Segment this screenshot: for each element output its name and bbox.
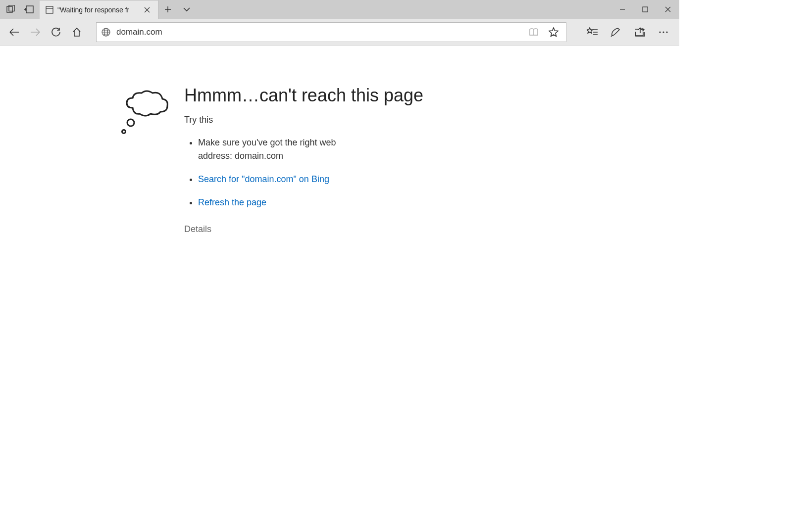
maximize-button[interactable] [634,0,657,19]
globe-icon [102,28,110,37]
error-body: Hmmm…can't reach this page Try this Make… [184,85,392,235]
forward-button[interactable] [25,22,46,43]
home-button[interactable] [66,22,87,43]
addressbar[interactable] [96,22,566,42]
titlebar-left [0,0,40,19]
address-input[interactable] [116,27,526,37]
titlebar: "Waiting for response fr [0,0,679,19]
tab-close-button[interactable] [140,3,154,17]
tabs-set-aside-button[interactable] [20,0,38,19]
details-toggle[interactable]: Details [184,224,392,235]
search-bing-item: Search for "domain.com" on Bing [198,173,366,186]
thought-cloud-icon [118,85,177,235]
window-controls [611,0,679,19]
browser-tab[interactable]: "Waiting for response fr [40,0,158,19]
refresh-link[interactable]: Refresh the page [198,197,266,207]
svg-point-12 [122,130,126,134]
search-bing-link[interactable]: Search for "domain.com" on Bing [198,174,329,184]
share-button[interactable] [628,22,652,43]
svg-rect-3 [46,6,53,13]
set-aside-tabs-button[interactable] [2,0,20,19]
addressbar-container [96,22,566,42]
tab-preview-button[interactable] [177,0,196,19]
addressbar-actions [526,25,563,40]
more-button[interactable] [652,22,675,43]
reading-view-button[interactable] [526,25,541,40]
svg-point-10 [666,31,667,33]
svg-rect-2 [26,6,33,13]
favorite-button[interactable] [546,25,561,40]
error-title: Hmmm…can't reach this page [184,85,392,106]
svg-rect-0 [7,6,12,12]
check-address-text: Make sure you've got the right web addre… [198,138,336,161]
favorites-list-button[interactable] [580,22,604,43]
tab-title: "Waiting for response fr [57,6,140,14]
refresh-item: Refresh the page [198,196,366,209]
refresh-button[interactable] [46,22,66,43]
new-tab-button[interactable] [158,0,177,19]
close-window-button[interactable] [657,0,679,19]
svg-rect-5 [643,7,648,12]
error-subtitle: Try this [184,115,392,125]
toolbar-right [580,22,675,43]
toolbar [0,19,679,46]
notes-button[interactable] [604,22,628,43]
tab-actions [158,0,196,19]
error-page: Hmmm…can't reach this page Try this Make… [118,85,392,235]
minimize-button[interactable] [611,0,634,19]
check-address-item: Make sure you've got the right web addre… [198,136,366,163]
svg-point-8 [659,31,660,33]
page-icon [46,6,53,14]
page-content: Hmmm…can't reach this page Try this Make… [0,46,679,235]
svg-point-11 [127,119,134,126]
error-suggestions: Make sure you've got the right web addre… [184,136,392,209]
svg-point-9 [662,31,664,33]
back-button[interactable] [4,22,25,43]
titlebar-drag-area[interactable] [196,0,611,19]
